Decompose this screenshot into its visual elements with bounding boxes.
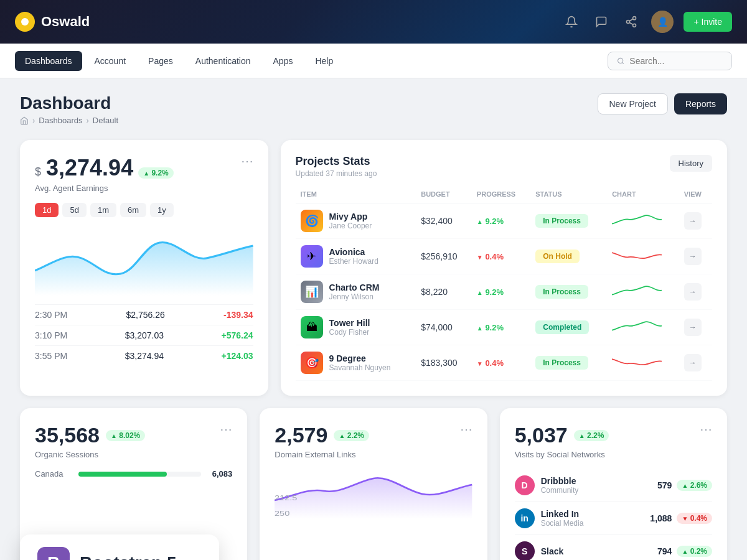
top-cards-grid: $ 3,274.94 ▲ 9.2% Avg. Agent Earnings ⋯ … bbox=[20, 140, 727, 396]
table-row: ✈ Avionica Esther Howard $256,910 ▼ 0.4%… bbox=[296, 239, 712, 274]
reports-button[interactable]: Reports bbox=[674, 93, 727, 114]
social-more-button[interactable]: ⋯ bbox=[700, 423, 712, 436]
project-sparkline bbox=[612, 246, 662, 264]
social-count: 1,088 bbox=[650, 513, 672, 523]
notification-icon[interactable] bbox=[561, 12, 581, 32]
social-network-name: Dribbble bbox=[541, 476, 579, 486]
nav-item-dashboards[interactable]: Dashboards bbox=[15, 51, 82, 71]
nav-item-pages[interactable]: Pages bbox=[138, 51, 183, 71]
links-more-button[interactable]: ⋯ bbox=[460, 423, 472, 436]
sessions-number: 35,568 ▲ 8.02% bbox=[35, 423, 145, 447]
stat-change-1: -139.34 bbox=[223, 310, 253, 320]
project-view-button[interactable]: → bbox=[684, 283, 702, 301]
table-row: 🏔 Tower Hill Cody Fisher $74,000 ▲ 9.2% … bbox=[296, 310, 712, 345]
project-budget: $32,400 bbox=[421, 216, 453, 226]
links-chart: 250 212.5 bbox=[275, 469, 472, 521]
project-name: Avionica bbox=[329, 247, 378, 257]
col-progress: PROGRESS bbox=[472, 185, 530, 203]
filter-5d[interactable]: 5d bbox=[62, 203, 86, 217]
sessions-more-button[interactable]: ⋯ bbox=[220, 423, 232, 436]
project-item: 🌀 Mivy App Jane Cooper bbox=[301, 210, 411, 232]
col-status: STATUS bbox=[530, 185, 607, 203]
stat-value-3: $3,274.94 bbox=[125, 351, 164, 361]
nav-item-authentication[interactable]: Authentication bbox=[186, 51, 261, 71]
project-status: On Hold bbox=[535, 250, 580, 263]
country-bar-bg bbox=[78, 472, 201, 477]
project-status: In Process bbox=[535, 356, 588, 370]
project-sparkline bbox=[612, 210, 662, 229]
breadcrumb: › Dashboards › Default bbox=[20, 116, 118, 125]
social-network-icon: S bbox=[515, 541, 535, 560]
project-status: Completed bbox=[535, 320, 589, 334]
project-progress: ▲ 9.2% bbox=[477, 287, 504, 297]
project-status: In Process bbox=[535, 214, 588, 228]
new-project-button[interactable]: New Project bbox=[598, 93, 668, 114]
project-icon: 📊 bbox=[301, 281, 323, 303]
social-badge-item: ▼ 0.4% bbox=[677, 513, 712, 524]
social-count: 579 bbox=[657, 480, 672, 490]
project-item: 🏔 Tower Hill Cody Fisher bbox=[301, 316, 411, 338]
brand-name: Oswald bbox=[41, 14, 90, 30]
share-icon[interactable] bbox=[621, 12, 641, 32]
project-item: 🎯 9 Degree Savannah Nguyen bbox=[301, 352, 411, 374]
earnings-amount: $ 3,274.94 ▲ 9.2% bbox=[35, 155, 174, 181]
messages-icon[interactable] bbox=[591, 12, 611, 32]
search-box[interactable] bbox=[608, 52, 732, 70]
svg-point-2 bbox=[633, 24, 636, 27]
search-input[interactable] bbox=[629, 56, 723, 66]
social-number: 5,037 ▲ 2.2% bbox=[515, 423, 609, 447]
social-badge-item: ▲ 2.6% bbox=[677, 480, 712, 491]
project-owner: Cody Fisher bbox=[329, 328, 370, 337]
project-sparkline bbox=[612, 352, 662, 371]
stat-row-1: 2:30 PM $2,756.26 -139.34 bbox=[35, 304, 253, 325]
nav-item-apps[interactable]: Apps bbox=[263, 51, 303, 71]
social-network-name: Slack bbox=[541, 546, 564, 556]
project-view-button[interactable]: → bbox=[684, 319, 702, 336]
project-view-button[interactable]: → bbox=[684, 354, 702, 371]
earnings-badge: ▲ 9.2% bbox=[138, 167, 174, 179]
breadcrumb-dashboards[interactable]: Dashboards bbox=[39, 116, 82, 125]
col-view: VIEW bbox=[679, 185, 712, 203]
project-progress: ▼ 0.4% bbox=[477, 358, 504, 368]
filter-1d[interactable]: 1d bbox=[35, 203, 59, 217]
earnings-more-button[interactable]: ⋯ bbox=[241, 155, 253, 167]
table-row: 📊 Charto CRM Jenny Wilson $8,220 ▲ 9.2% … bbox=[296, 274, 712, 310]
home-icon bbox=[20, 116, 29, 125]
project-budget: $256,910 bbox=[421, 251, 457, 261]
project-icon: 🌀 bbox=[301, 210, 323, 232]
nav-menu: Dashboards Account Pages Authentication … bbox=[0, 44, 747, 78]
earnings-card: $ 3,274.94 ▲ 9.2% Avg. Agent Earnings ⋯ … bbox=[20, 140, 268, 396]
stat-rows: 2:30 PM $2,756.26 -139.34 3:10 PM $3,207… bbox=[35, 304, 253, 366]
filter-6m[interactable]: 6m bbox=[120, 203, 146, 217]
projects-title: Projects Stats bbox=[296, 155, 377, 168]
nav-item-help[interactable]: Help bbox=[305, 51, 343, 71]
project-name: Tower Hill bbox=[329, 318, 370, 328]
history-button[interactable]: History bbox=[670, 155, 712, 172]
bootstrap-overlay: B Bootstrap 5 bbox=[20, 534, 219, 560]
col-chart: CHART bbox=[607, 185, 679, 203]
topbar-actions: 👤 + Invite bbox=[561, 11, 732, 33]
project-view-button[interactable]: → bbox=[684, 248, 702, 265]
social-badge-item: ▲ 0.2% bbox=[677, 546, 712, 557]
filter-1m[interactable]: 1m bbox=[90, 203, 116, 217]
project-budget: $183,300 bbox=[421, 358, 457, 368]
project-name: Charto CRM bbox=[329, 282, 380, 292]
filter-1y[interactable]: 1y bbox=[150, 203, 174, 217]
stat-change-2: +576.24 bbox=[222, 330, 253, 340]
social-row: S Slack 794 ▲ 0.2% bbox=[515, 535, 712, 560]
social-rows: D Dribbble Community 579 ▲ 2.6% in Linke… bbox=[515, 469, 712, 560]
nav-item-account[interactable]: Account bbox=[85, 51, 136, 71]
social-network-icon: in bbox=[515, 508, 535, 528]
bootstrap-icon: B bbox=[37, 547, 70, 560]
country-row: Canada 6,083 bbox=[35, 469, 232, 478]
invite-button[interactable]: + Invite bbox=[684, 12, 732, 32]
project-view-button[interactable]: → bbox=[684, 212, 702, 230]
svg-point-0 bbox=[633, 17, 636, 20]
projects-table: ITEM BUDGET PROGRESS STATUS CHART VIEW 🌀… bbox=[296, 185, 712, 381]
user-avatar[interactable]: 👤 bbox=[651, 11, 674, 33]
projects-card-header: Projects Stats Updated 37 minutes ago Hi… bbox=[296, 155, 712, 178]
project-item: 📊 Charto CRM Jenny Wilson bbox=[301, 281, 411, 303]
project-budget: $74,000 bbox=[421, 322, 453, 332]
breadcrumb-default: Default bbox=[93, 116, 118, 125]
stat-time-2: 3:10 PM bbox=[35, 330, 67, 340]
